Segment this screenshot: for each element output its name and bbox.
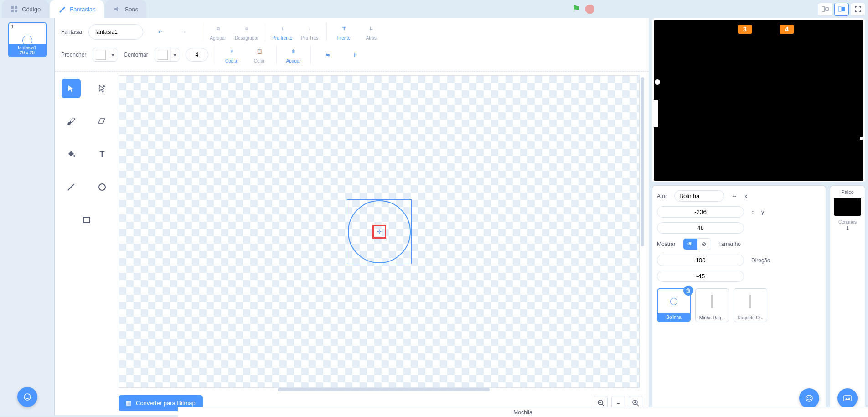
- delete-button[interactable]: 🗑Apagar: [283, 47, 304, 63]
- tab-costumes-label: Fantasias: [70, 6, 95, 13]
- sprite-thumb-icon: [749, 295, 751, 308]
- backward-button[interactable]: ↓Pra Trás: [299, 24, 320, 41]
- text-tool[interactable]: T: [93, 145, 112, 164]
- show-label: Mostrar: [657, 241, 676, 247]
- fill-color-button[interactable]: ▾: [93, 48, 117, 62]
- green-flag-button[interactable]: ⚑: [572, 3, 581, 15]
- costume-thumbnail-1[interactable]: 1 fantasia1 20 x 20: [8, 22, 46, 57]
- ungroup-button[interactable]: ⧈Desagrupar: [235, 24, 258, 41]
- costume-thumb-name: fantasia1: [9, 45, 46, 50]
- fill-swatch: [96, 50, 106, 60]
- costume-name-input[interactable]: [88, 24, 143, 40]
- monitor-score-2[interactable]: 4: [780, 25, 794, 34]
- sprite-card-raquete-oponente[interactable]: Raquete O...: [734, 288, 767, 322]
- stage-large-button[interactable]: [834, 3, 849, 16]
- delete-sprite-button[interactable]: 🗑: [683, 286, 693, 296]
- sprite-size-input[interactable]: [657, 255, 744, 266]
- svg-point-10: [28, 396, 29, 396]
- show-sprite-button[interactable]: 👁: [683, 239, 697, 250]
- stage-title: Palco: [841, 189, 854, 195]
- outline-color-button[interactable]: ▾: [155, 48, 179, 62]
- chevron-down-icon: ▾: [170, 48, 179, 61]
- brush-icon: [58, 5, 66, 13]
- svg-line-13: [68, 184, 74, 190]
- center-point-icon[interactable]: ✛: [372, 225, 386, 239]
- svg-rect-6: [838, 7, 841, 11]
- x-axis-icon: ↔: [732, 193, 737, 199]
- svg-line-18: [602, 404, 604, 406]
- svg-rect-7: [842, 7, 845, 11]
- stage-thumbnail[interactable]: [834, 198, 861, 216]
- paste-button[interactable]: 📋Colar: [249, 47, 270, 63]
- canvas-scrollbar-vertical[interactable]: [641, 77, 644, 246]
- tab-costumes[interactable]: Fantasias: [50, 0, 103, 18]
- sprite-name: Raquete O...: [734, 314, 767, 322]
- sprite-direction-input[interactable]: [657, 271, 744, 282]
- costume-index: 1: [11, 24, 14, 29]
- copy-button[interactable]: ⎘Copiar: [222, 47, 243, 63]
- stop-button[interactable]: [585, 5, 594, 14]
- sound-icon: [113, 5, 121, 13]
- tab-code[interactable]: Código: [2, 0, 49, 18]
- sprite-name-input[interactable]: [674, 190, 724, 202]
- y-axis-icon: ↕: [751, 209, 754, 215]
- sprite-y-input[interactable]: [657, 222, 744, 234]
- flip-vertical-button[interactable]: ⇵: [345, 50, 366, 60]
- select-tool[interactable]: [62, 79, 81, 98]
- add-backdrop-button[interactable]: [837, 388, 858, 408]
- paint-canvas[interactable]: ✛: [119, 75, 640, 388]
- reshape-tool[interactable]: [93, 79, 112, 98]
- stage-dot: [860, 137, 863, 140]
- backpack-bar[interactable]: Mochila: [178, 407, 868, 417]
- monitor-score-1[interactable]: 3: [738, 25, 752, 34]
- y-label: y: [761, 209, 764, 215]
- sprite-panel: Ator ↔ x ↕ y Mostrar 👁 ⊘ Tamanho: [652, 185, 826, 415]
- add-costume-button[interactable]: [17, 387, 37, 407]
- bitmap-icon: ▦: [126, 400, 131, 407]
- sprite-name: Minha Raq...: [696, 314, 728, 322]
- outline-swatch: [158, 50, 168, 60]
- fill-tool[interactable]: [62, 145, 81, 164]
- fill-label: Preencher: [61, 52, 86, 58]
- svg-rect-4: [822, 7, 825, 11]
- undo-button[interactable]: ↶: [150, 27, 170, 37]
- sprite-thumb-icon: [670, 298, 677, 305]
- sprite-card-minha-raquete[interactable]: Minha Raq...: [695, 288, 729, 322]
- eraser-tool[interactable]: [93, 112, 112, 131]
- brush-tool[interactable]: 🖌: [62, 112, 81, 131]
- redo-button[interactable]: ↷: [173, 27, 194, 37]
- group-button[interactable]: ⧉Agrupar: [207, 24, 228, 41]
- stage-ball: [655, 79, 660, 85]
- tab-code-label: Código: [22, 6, 41, 13]
- flip-horizontal-button[interactable]: ⇋: [317, 50, 338, 60]
- size-label: Tamanho: [718, 241, 741, 247]
- outline-width-input[interactable]: [186, 48, 208, 62]
- costume-name-label: Fantasia: [61, 29, 82, 35]
- rectangle-tool[interactable]: [77, 210, 96, 229]
- tab-sounds[interactable]: Sons: [105, 0, 147, 18]
- hide-sprite-button[interactable]: ⊘: [697, 239, 711, 250]
- stage-small-button[interactable]: [818, 3, 832, 16]
- front-button[interactable]: ⇈Frente: [333, 24, 354, 41]
- svg-rect-1: [15, 6, 17, 9]
- svg-point-9: [26, 396, 26, 396]
- svg-point-23: [806, 395, 812, 401]
- svg-point-8: [24, 394, 31, 400]
- line-tool[interactable]: [62, 177, 81, 197]
- circle-tool[interactable]: [93, 177, 112, 197]
- tab-sounds-label: Sons: [125, 6, 139, 13]
- svg-rect-0: [11, 6, 14, 9]
- back-button[interactable]: ⇊Atrás: [361, 24, 382, 41]
- canvas-scrollbar-horizontal[interactable]: [278, 388, 490, 391]
- svg-rect-15: [83, 217, 90, 223]
- add-sprite-button[interactable]: [799, 388, 819, 408]
- forward-button[interactable]: ↑Pra frente: [272, 24, 293, 41]
- sprite-x-input[interactable]: [657, 206, 744, 218]
- stage[interactable]: 3 4: [652, 18, 865, 182]
- svg-point-25: [810, 397, 811, 398]
- svg-rect-2: [11, 10, 14, 12]
- sprite-card-bolinha[interactable]: 🗑 Bolinha: [657, 288, 691, 322]
- actor-label: Ator: [657, 193, 667, 199]
- fullscreen-button[interactable]: [851, 3, 865, 16]
- svg-rect-3: [15, 10, 17, 12]
